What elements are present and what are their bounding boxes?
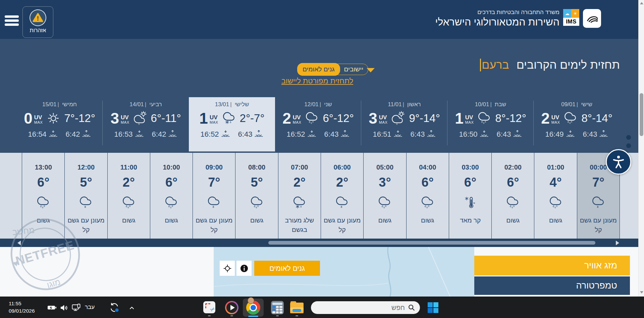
rain-icon [420, 195, 435, 210]
windows-start-button[interactable] [428, 302, 438, 313]
hour-description: גשום [492, 216, 534, 225]
day-date: 12/01 [304, 101, 319, 108]
cold-icon [463, 195, 478, 210]
uv-label: UVMAX [210, 115, 218, 124]
scroll-down-arrow[interactable] [640, 291, 643, 294]
hamburger-menu-icon[interactable] [5, 15, 19, 27]
day-card-header: 11/01|ראשון [361, 101, 447, 108]
battery-icon[interactable] [47, 305, 57, 310]
hour-column-07:00: 07:002°שלג מעורב בגשם [278, 153, 321, 239]
rain-icon [548, 195, 564, 210]
text-caret [480, 59, 481, 71]
hour-description: גשום [235, 216, 278, 225]
scroll-right-arrow[interactable] [616, 241, 619, 245]
day-date: 09/01 [561, 101, 576, 108]
sunrise-time: 6:43 [411, 130, 425, 139]
day-card-11/01[interactable]: 11/01|ראשון3UVMAX9°-14°16:516:43 [361, 97, 447, 151]
hour-column-01:00: 01:004°גשום [534, 153, 577, 239]
carousel-dot[interactable] [626, 143, 631, 148]
weather-layer-tab[interactable]: מזג אוויר [474, 256, 630, 275]
day-card-12/01[interactable]: 12/01|שני2UVMAX6°-12°16:526:43 [275, 97, 361, 151]
info-button[interactable] [236, 261, 252, 276]
locate-button[interactable] [220, 261, 235, 276]
detailed-forecast-link[interactable]: לתחזית מפורטת ליישוב [272, 77, 362, 85]
hour-description: מעונן עם גשם קל [321, 216, 363, 234]
day-card-header: 09/01|שישי [534, 101, 620, 108]
hour-description: שלג מעורב בגשם [278, 216, 321, 234]
day-date: 15/01 [42, 101, 57, 108]
hour-time: 05:00 [364, 164, 406, 171]
day-card-10/01[interactable]: 10/01|שבת1UVMAX8°-12°16:506:43 [447, 97, 534, 151]
sunrise-time: 6:43 [324, 130, 339, 139]
sunset-time: 16:53 [114, 130, 133, 139]
volume-icon[interactable] [60, 304, 68, 312]
map-canvas[interactable]: גנים לאומים [214, 247, 474, 297]
day-card-15/01[interactable]: 15/01|חמישי0UVMAX7°-12°16:546:42 [16, 97, 103, 151]
day-name: ראשון [407, 101, 421, 108]
file-explorer-icon[interactable] [290, 303, 304, 313]
warnings-button[interactable]: אזהרות [22, 6, 53, 38]
uv-label: UVMAX [34, 115, 43, 124]
hour-temperature: 7° [193, 175, 235, 190]
site-titles: משרד התחבורה והבטיחות בדרכים השירות המטא… [435, 9, 559, 28]
sync-icon[interactable] [109, 303, 119, 313]
hour-time: 11:00 [108, 164, 150, 171]
accessibility-button[interactable] [606, 149, 631, 175]
site-branding: משרד התחבורה והבטיחות בדרכים השירות המטא… [435, 9, 601, 28]
map-parks-button[interactable]: גנים לאומים [254, 261, 320, 276]
snipping-tool-icon[interactable]: ✂ [203, 301, 215, 313]
media-player-icon[interactable] [225, 301, 238, 314]
search-icon [408, 304, 415, 311]
clock-time: 11:55 [9, 300, 35, 307]
drizzle-icon [206, 195, 222, 210]
separator: | [145, 101, 146, 108]
crosshair-icon [223, 264, 232, 273]
sunset-time: 16:54 [28, 130, 47, 139]
day-date: 13/01 [215, 101, 229, 108]
display-device-icon[interactable] [72, 304, 80, 312]
vertical-scrollbar-thumb[interactable] [640, 93, 643, 136]
day-card-14/01[interactable]: 14/01|רביעי3UVMAX6°-11°16:536:42 [103, 97, 189, 151]
ims-logo[interactable]: ☁ ☀ IMS [563, 9, 579, 28]
taskbar-clock[interactable]: 11:55 09/01/2026 [9, 300, 35, 314]
hour-temperature: 6° [492, 175, 534, 190]
hour-description: גשום [108, 216, 150, 225]
show-hidden-icons-chevron[interactable] [128, 305, 135, 311]
carousel-dot[interactable] [626, 135, 631, 140]
ims-label: IMS [563, 18, 579, 26]
sunset-time: 16:49 [545, 130, 564, 139]
separator: | [577, 101, 578, 108]
sunset-icon [221, 130, 230, 139]
taskbar-search-input[interactable]: חפש [311, 301, 420, 314]
sun-rain-icon [390, 111, 406, 126]
transport-ministry-logo[interactable] [583, 9, 601, 28]
ims-sun-icon: ☀ [571, 9, 579, 18]
forecast-section: תחזית לימים הקרובים ברעם יישובים גנים לא… [0, 39, 638, 153]
temperature-range: 6°-11° [151, 112, 181, 125]
location-search-input[interactable]: ברעם [480, 58, 509, 71]
language-indicator[interactable]: עבר [85, 304, 95, 311]
sunrise-icon [427, 130, 436, 139]
hour-temperature: 6° [449, 175, 491, 190]
toggle-settlements-button[interactable]: יישובים [339, 66, 368, 73]
uv-label: UVMAX [551, 115, 560, 124]
hour-column-11:00: 11:002°גשום [108, 153, 150, 239]
chrome-taskbar-button[interactable] [243, 299, 264, 317]
clock-date: 09/01/2026 [9, 307, 35, 315]
calculator-icon[interactable] [271, 301, 284, 314]
hour-column-03:00: 03:006°קר מאד [449, 153, 492, 239]
rain-icon [304, 111, 320, 126]
sunrise-time: 6:43 [583, 130, 597, 139]
day-card-13/01[interactable]: 13/01|שלישי1UVMAX2°-7°16:526:43 [189, 97, 275, 151]
scroll-left-arrow[interactable] [17, 241, 21, 245]
temperature-layer-tab[interactable]: טמפרטורה [474, 276, 630, 295]
temperature-layer-label: טמפרטורה [576, 280, 617, 291]
toggle-parks-button[interactable]: גנים לאומים [297, 63, 340, 76]
day-card-09/01[interactable]: 09/01|שישי2UVMAX8°-14°16:496:43 [534, 97, 620, 151]
day-name: שבת [495, 101, 506, 108]
uv-label: UVMAX [379, 115, 388, 124]
horizontal-scrollbar-thumb[interactable] [268, 241, 595, 245]
scroll-up-arrow[interactable] [640, 2, 643, 4]
hour-time: 04:00 [407, 164, 449, 171]
warnings-label: אזהרות [23, 27, 53, 34]
